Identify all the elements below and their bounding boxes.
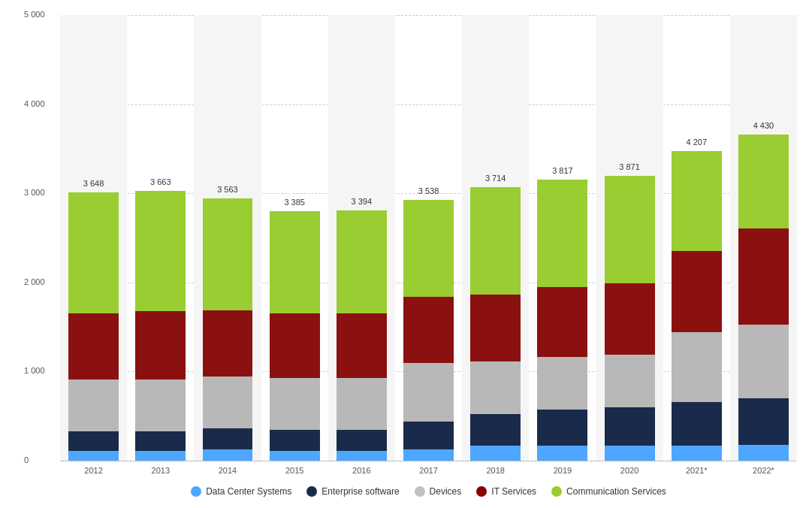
bar-group: 3 385 (261, 15, 328, 461)
bar-total-label: 4 430 (753, 121, 774, 130)
legend: Data Center SystemsEnterprise softwareDe… (60, 475, 797, 500)
x-axis-label: 2022* (730, 466, 797, 475)
bar-segment-enterprise_software (68, 431, 119, 451)
legend-label-devices: Devices (430, 486, 462, 497)
bar-segment-devices (672, 332, 722, 402)
legend-item-communication_services: Communication Services (551, 486, 666, 497)
bar-segment-data_center (337, 451, 387, 461)
legend-dot-communication_services (551, 486, 562, 497)
bar-segment-enterprise_software (470, 414, 521, 446)
bar-segment-communication_services (470, 187, 521, 294)
bar-segment-devices (537, 357, 587, 410)
bar-segment-communication_services (270, 211, 320, 313)
bar-stack: 3 817 (537, 180, 587, 461)
bar-segment-data_center (738, 445, 789, 461)
bar-group: 3 563 (194, 15, 261, 461)
legend-dot-enterprise_software (306, 486, 317, 497)
bar-segment-devices (203, 376, 253, 428)
bar-stack: 3 871 (605, 176, 655, 461)
bar-segment-it_services (68, 313, 119, 379)
legend-item-devices: Devices (415, 486, 462, 497)
bar-group: 4 430 (730, 15, 797, 461)
bar-group: 3 663 (127, 15, 194, 461)
x-axis-label: 2013 (127, 466, 194, 475)
legend-label-data_center: Data Center Systems (206, 486, 291, 497)
bar-stack: 4 207 (672, 151, 722, 461)
bar-group: 4 207 (663, 15, 730, 461)
y-tick-label: 4 000 (24, 99, 45, 108)
bar-total-label: 3 563 (217, 185, 238, 194)
bar-total-label: 3 385 (284, 198, 305, 207)
bar-segment-it_services (337, 313, 387, 378)
chart-container: 5 0004 0003 0002 0001 0000 3 6483 6633 5… (0, 0, 812, 508)
x-labels: 2012201320142015201620172018201920202021… (60, 466, 797, 475)
chart-area: 5 0004 0003 0002 0001 0000 3 6483 6633 5… (60, 15, 797, 475)
bar-total-label: 3 538 (418, 186, 439, 195)
bar-segment-communication_services (537, 180, 587, 287)
legend-item-it_services: IT Services (476, 486, 536, 497)
bar-segment-it_services (270, 313, 320, 378)
bar-total-label: 3 714 (485, 174, 506, 183)
x-axis-label: 2020 (596, 466, 663, 475)
bar-group: 3 648 (60, 15, 127, 461)
bar-segment-data_center (135, 451, 186, 461)
bar-segment-communication_services (337, 210, 387, 313)
bar-segment-enterprise_software (605, 407, 655, 446)
bar-stack: 3 663 (135, 191, 186, 461)
x-axis-label: 2019 (529, 466, 596, 475)
y-tick-label: 1 000 (24, 366, 45, 375)
y-tick-label: 0 (24, 455, 29, 464)
bar-total-label: 4 207 (687, 138, 708, 147)
legend-item-enterprise_software: Enterprise software (306, 486, 399, 497)
bar-segment-enterprise_software (403, 422, 454, 449)
bar-segment-enterprise_software (537, 410, 587, 446)
y-tick-label: 3 000 (24, 188, 45, 197)
bar-segment-enterprise_software (738, 398, 789, 446)
bar-segment-devices (135, 379, 186, 431)
legend-label-it_services: IT Services (491, 486, 536, 497)
bar-total-label: 3 648 (83, 179, 104, 188)
bar-segment-data_center (403, 449, 454, 461)
bar-segment-communication_services (203, 198, 253, 310)
bar-segment-communication_services (672, 151, 722, 251)
bar-segment-enterprise_software (672, 402, 722, 446)
bar-segment-devices (337, 378, 387, 430)
bar-segment-it_services (470, 295, 521, 361)
bar-stack: 3 563 (203, 198, 253, 461)
bar-total-label: 3 394 (352, 197, 373, 206)
x-axis-line (60, 461, 797, 461)
bar-segment-it_services (605, 283, 655, 355)
x-axis-label: 2015 (261, 466, 328, 475)
x-axis-label: 2012 (60, 466, 127, 475)
bar-total-label: 3 871 (619, 162, 640, 171)
bar-group: 3 714 (462, 15, 529, 461)
legend-label-enterprise_software: Enterprise software (321, 486, 399, 497)
bar-segment-data_center (270, 451, 320, 461)
bar-segment-it_services (403, 297, 454, 363)
bar-segment-devices (738, 325, 789, 398)
bar-segment-communication_services (135, 191, 186, 311)
x-axis-label: 2017 (395, 466, 462, 475)
x-axis-label: 2021* (663, 466, 730, 475)
bar-group: 3 871 (596, 15, 663, 461)
bar-segment-devices (68, 379, 119, 431)
bar-segment-communication_services (738, 135, 789, 228)
bar-segment-data_center (605, 446, 655, 461)
bar-group: 3 817 (529, 15, 596, 461)
bar-segment-devices (403, 363, 454, 422)
legend-dot-devices (415, 486, 425, 497)
bar-total-label: 3 817 (552, 166, 573, 175)
bar-segment-data_center (470, 446, 521, 461)
bar-stack: 3 714 (470, 187, 521, 461)
bar-stack: 4 430 (738, 135, 789, 461)
legend-dot-data_center (191, 486, 201, 497)
bar-segment-devices (470, 361, 521, 415)
bar-stack: 3 394 (337, 210, 387, 461)
x-axis-label: 2014 (194, 466, 261, 475)
bar-segment-data_center (68, 451, 119, 461)
bar-segment-communication_services (605, 176, 655, 283)
y-tick-label: 5 000 (24, 10, 45, 19)
bar-segment-data_center (672, 446, 722, 461)
x-axis-label: 2016 (328, 466, 395, 475)
bar-segment-enterprise_software (270, 430, 320, 451)
